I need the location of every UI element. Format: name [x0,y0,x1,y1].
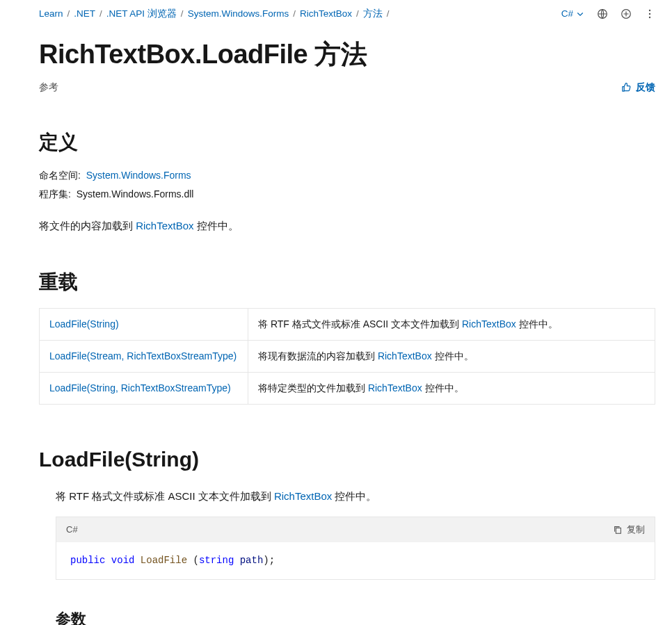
namespace-row: 命名空间: System.Windows.Forms [39,168,672,183]
breadcrumb-sep: / [99,7,102,21]
globe-icon [597,8,608,19]
breadcrumb-methods[interactable]: 方法 [363,7,383,21]
assembly-label: 程序集: [39,188,71,200]
overloads-heading: 重载 [39,268,672,297]
definition-heading: 定义 [39,128,672,157]
desc-text: 将 RTF 格式文件或标准 ASCII 文本文件加载到 [56,490,274,502]
chevron-down-icon [576,10,584,18]
breadcrumb-sep: / [356,7,359,21]
reference-label: 参考 [39,80,58,95]
namespace-link[interactable]: System.Windows.Forms [86,170,191,181]
subhead-row: 参考 反馈 [39,80,672,95]
richtextbox-link[interactable]: RichTextBox [378,350,432,362]
copy-icon [613,525,623,535]
copy-label: 复制 [627,523,645,537]
svg-point-2 [649,10,650,11]
page-title: RichTextBox.LoadFile 方法 [39,35,672,74]
overload-link[interactable]: LoadFile(String) [49,318,119,330]
add-button[interactable] [621,8,632,19]
copy-button[interactable]: 复制 [613,523,645,537]
breadcrumb-learn[interactable]: Learn [39,7,63,21]
breadcrumb-api-browser[interactable]: .NET API 浏览器 [106,7,177,21]
feedback-label: 反馈 [636,80,655,95]
overload-desc: 将 RTF 格式文件或标准 ASCII 文本文件加载到 RichTextBox … [248,308,655,340]
desc-text: 将文件的内容加载到 [39,220,136,232]
table-row: LoadFile(Stream, RichTextBoxStreamType) … [40,340,655,372]
breadcrumb-namespace[interactable]: System.Windows.Forms [188,7,289,21]
overload-desc: 将现有数据流的内容加载到 RichTextBox 控件中。 [248,340,655,372]
table-row: LoadFile(String, RichTextBoxStreamType) … [40,372,655,404]
code-lang-label: C# [66,523,78,537]
breadcrumb-dotnet[interactable]: .NET [74,7,95,21]
richtextbox-link[interactable]: RichTextBox [462,318,516,330]
svg-point-4 [649,17,650,18]
richtextbox-link[interactable]: RichTextBox [136,220,193,232]
parameters-heading: 参数 [56,608,655,625]
breadcrumb: Learn/ .NET/ .NET API 浏览器/ System.Window… [39,7,561,21]
desc-text: 控件中。 [332,490,376,502]
more-vertical-icon [644,8,655,19]
breadcrumb-sep: / [293,7,296,21]
code-block: C# 复制 public void LoadFile (string path)… [56,517,655,580]
language-label: C# [561,7,573,21]
table-row: LoadFile(String) 将 RTF 格式文件或标准 ASCII 文本文… [40,308,655,340]
overload-link[interactable]: LoadFile(String, RichTextBoxStreamType) [49,382,231,393]
more-button[interactable] [644,8,655,19]
namespace-label: 命名空间: [39,170,81,181]
language-selector[interactable]: C# [561,7,584,21]
code-header: C# 复制 [56,517,655,542]
overloads-table: LoadFile(String) 将 RTF 格式文件或标准 ASCII 文本文… [39,308,655,405]
code-content: public void LoadFile (string path); [56,542,655,579]
definition-description: 将文件的内容加载到 RichTextBox 控件中。 [39,218,672,234]
breadcrumb-sep: / [67,7,70,21]
globe-button[interactable] [597,8,608,19]
richtextbox-link[interactable]: RichTextBox [368,382,422,393]
breadcrumb-sep: / [181,7,184,21]
method-description: 将 RTF 格式文件或标准 ASCII 文本文件加载到 RichTextBox … [56,489,655,505]
assembly-row: 程序集: System.Windows.Forms.dll [39,187,672,202]
top-actions: C# [561,7,672,21]
richtextbox-link[interactable]: RichTextBox [274,490,332,502]
svg-point-3 [649,13,650,15]
feedback-button[interactable]: 反馈 [621,80,655,95]
plus-circle-icon [621,8,632,19]
desc-text: 控件中。 [194,220,239,232]
svg-rect-5 [616,528,621,533]
assembly-value: System.Windows.Forms.dll [77,188,194,200]
overload-link[interactable]: LoadFile(Stream, RichTextBoxStreamType) [49,350,237,362]
breadcrumb-sep: / [387,7,390,21]
breadcrumb-class[interactable]: RichTextBox [300,7,352,21]
topbar: Learn/ .NET/ .NET API 浏览器/ System.Window… [39,0,672,26]
thumbs-up-icon [621,82,632,92]
overload-desc: 将特定类型的文件加载到 RichTextBox 控件中。 [248,372,655,404]
method-heading: LoadFile(String) [39,444,672,475]
